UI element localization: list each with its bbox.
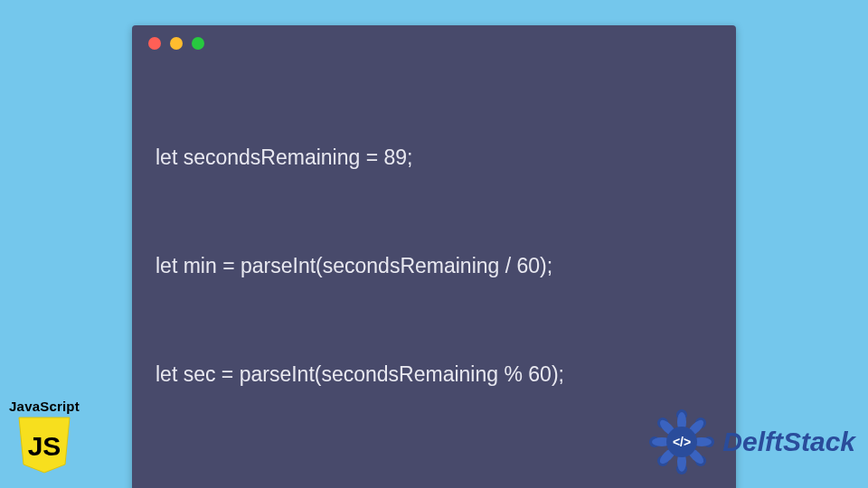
delftstack-name: DelftStack <box>722 427 855 457</box>
javascript-label: JavaScript <box>5 399 83 414</box>
code-line: let min = parseInt(secondsRemaining / 60… <box>156 248 712 284</box>
js-glyph: JS <box>28 431 61 461</box>
close-icon <box>148 37 161 50</box>
code-line: let sec = parseInt(secondsRemaining % 60… <box>156 356 712 392</box>
delftstack-logo-glyph: </> <box>673 435 691 449</box>
maximize-icon <box>192 37 204 50</box>
delftstack-brand: </> DelftStack <box>646 407 855 477</box>
javascript-shield-icon: JS <box>16 416 72 475</box>
code-line: let secondsRemaining = 89; <box>156 139 712 175</box>
window-titlebar <box>132 25 736 61</box>
minimize-icon <box>170 37 183 50</box>
javascript-badge: JavaScript JS <box>5 399 83 475</box>
code-window: let secondsRemaining = 89; let min = par… <box>132 25 736 488</box>
delftstack-logo-icon: </> <box>646 407 717 477</box>
code-body: let secondsRemaining = 89; let min = par… <box>132 61 736 488</box>
